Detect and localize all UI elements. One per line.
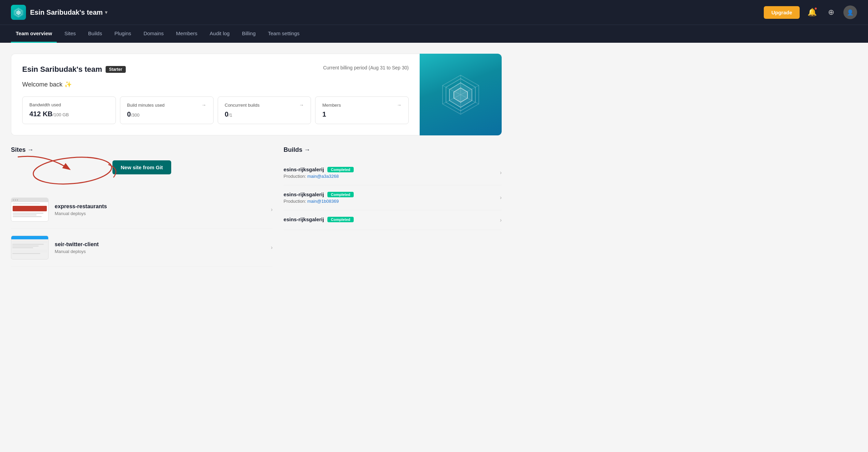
overview-section: Esin Saribudak's team Starter Current bi… [11,54,502,135]
welcome-text: Welcome back ✨ [22,81,409,88]
build-status-badge-3: Completed [327,217,354,222]
build-info-2: esins-rijksgalerij Completed Production:… [284,191,354,204]
site-info-express: express-restaurants Manual deploys [55,203,265,216]
svg-point-13 [32,154,113,187]
site-item-seir-twitter-client[interactable]: seir-twitter-client Manual deploys › [11,229,273,267]
nav-audit-log[interactable]: Audit log [205,25,234,43]
build-commit-link-2[interactable]: main@1b08369 [307,199,339,204]
annotation-svg [0,150,120,188]
site-chevron-express: › [271,207,272,213]
nav-team-settings[interactable]: Team settings [263,25,304,43]
nav-sites[interactable]: Sites [59,25,80,43]
metric-build-minutes[interactable]: Build minutes used → 0/300 [120,96,214,124]
sites-column: Sites → New si [11,146,273,267]
main-content: Esin Saribudak's team Starter Current bi… [0,43,513,278]
notification-badge [814,7,817,10]
build-info-1: esins-rijksgalerij Completed Production:… [284,167,354,179]
site-thumb-twitter [11,236,49,260]
builds-column: Builds → esins-rijksgalerij Completed Pr… [284,146,502,267]
site-thumb-express [11,198,49,222]
site-chevron-twitter: › [271,244,272,251]
build-chevron-3: › [500,217,502,223]
arrow-icon-3: → [397,102,402,108]
overview-card: Esin Saribudak's team Starter Current bi… [11,54,420,135]
team-name-header[interactable]: Esin Saribudak's team ▾ [30,9,107,16]
nav-domains[interactable]: Domains [139,25,168,43]
metric-bandwidth[interactable]: Bandwidth used 412 KB/100 GB [22,96,116,124]
top-bar-left: Esin Saribudak's team ▾ [11,5,107,20]
arrow-icon: → [202,102,206,108]
build-info-3: esins-rijksgalerij Completed [284,216,354,224]
build-item-3[interactable]: esins-rijksgalerij Completed › [284,210,502,230]
build-item-2[interactable]: esins-rijksgalerij Completed Production:… [284,185,502,210]
nav-members[interactable]: Members [171,25,202,43]
new-site-area: New site from Git [11,160,273,183]
team-dropdown-chevron: ▾ [105,10,107,15]
top-bar-right: Upgrade 🔔 ⊕ 👤 [764,5,857,19]
sites-title[interactable]: Sites → [11,146,273,154]
build-chevron-2: › [500,195,502,201]
build-item-1[interactable]: esins-rijksgalerij Completed Production:… [284,160,502,185]
decorative-panel [420,54,502,135]
arrow-icon-2: → [299,102,304,108]
metrics-row: Bandwidth used 412 KB/100 GB Build minut… [22,96,409,124]
nav-builds[interactable]: Builds [83,25,107,43]
starter-badge: Starter [106,66,126,73]
site-info-twitter: seir-twitter-client Manual deploys [55,241,265,254]
new-site-from-git-button[interactable]: New site from Git [112,160,171,174]
overview-team-title: Esin Saribudak's team Starter [22,65,126,74]
billing-period: Current billing period (Aug 31 to Sep 30… [323,65,409,70]
build-chevron-1: › [500,170,502,176]
site-item-express-restaurants[interactable]: express-restaurants Manual deploys › [11,191,273,229]
build-status-badge-1: Completed [327,167,354,172]
nav-plugins[interactable]: Plugins [110,25,136,43]
help-button[interactable]: ⊕ [824,5,838,19]
avatar[interactable]: 👤 [843,5,857,19]
build-commit-link-1[interactable]: main@a3a3268 [307,174,339,179]
top-bar: Esin Saribudak's team ▾ Upgrade 🔔 ⊕ 👤 [0,0,868,25]
overview-card-header: Esin Saribudak's team Starter Current bi… [22,65,409,74]
lower-section: Sites → New si [11,146,502,267]
site-list: express-restaurants Manual deploys › [11,191,273,267]
metric-members[interactable]: Members → 1 [315,96,409,124]
builds-title[interactable]: Builds → [284,146,502,154]
notifications-button[interactable]: 🔔 [805,5,819,19]
nav-billing[interactable]: Billing [237,25,260,43]
metric-concurrent-builds[interactable]: Concurrent builds → 0/1 [218,96,311,124]
build-status-badge-2: Completed [327,192,354,197]
logo-icon[interactable] [11,5,26,20]
nav-team-overview[interactable]: Team overview [11,25,57,43]
upgrade-button[interactable]: Upgrade [764,6,800,19]
secondary-nav: Team overview Sites Builds Plugins Domai… [0,25,868,43]
